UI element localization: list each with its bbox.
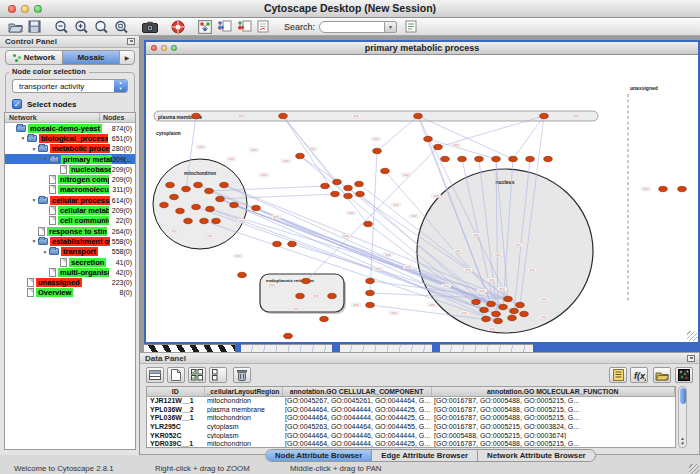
background-window-fragment[interactable]: [440, 344, 533, 352]
network-node[interactable]: [279, 113, 288, 118]
tab-overflow-arrow[interactable]: ▶: [120, 51, 134, 64]
tree-item[interactable]: secretion41(0): [5, 257, 135, 267]
zoom-view-button[interactable]: [171, 45, 177, 51]
edge[interactable]: [283, 116, 335, 194]
minimize-view-button[interactable]: [161, 45, 167, 51]
network-node[interactable]: [160, 202, 169, 207]
tree-item[interactable]: ▼cellular process614(0): [5, 195, 135, 205]
table-scrollbar[interactable]: ▲ ▼: [678, 386, 687, 448]
scroll-down-icon[interactable]: ▼: [679, 441, 686, 446]
import-attributes-icon[interactable]: [237, 19, 252, 35]
tree-item[interactable]: Overview8(0): [5, 288, 135, 298]
attribute-table-icon[interactable]: [146, 367, 164, 383]
vizmapper-icon[interactable]: [257, 19, 269, 35]
tree-item[interactable]: nucleobase-209(0): [5, 164, 135, 174]
tree-item[interactable]: ▼metabolic process280(0): [5, 144, 135, 154]
search-input[interactable]: [319, 21, 385, 33]
view-resize-grip[interactable]: [687, 331, 697, 341]
close-view-button[interactable]: [151, 45, 157, 51]
network-node[interactable]: [434, 144, 443, 149]
network-node[interactable]: [414, 113, 423, 118]
new-attribute-icon[interactable]: [167, 367, 185, 383]
network-node[interactable]: [516, 302, 525, 307]
background-window-fragment[interactable]: [241, 344, 332, 352]
minimize-window-button[interactable]: [21, 5, 29, 13]
snapshot-icon[interactable]: [142, 19, 158, 35]
network-canvas[interactable]: plasma membrane cytoplasm mitochondrion …: [146, 55, 698, 342]
network-node[interactable]: [344, 193, 353, 198]
network-node[interactable]: [238, 272, 247, 277]
table-row[interactable]: YPL036W__1mitochondrion[GO:0044464, GO:0…: [147, 413, 675, 422]
tree-item[interactable]: cell communicat22(0): [5, 216, 135, 226]
zoom-window-button[interactable]: [34, 5, 42, 13]
network-node[interactable]: [381, 168, 390, 173]
save-session-icon[interactable]: [28, 19, 41, 35]
network-node[interactable]: [321, 183, 330, 188]
open-session-icon[interactable]: [8, 19, 23, 35]
network-node[interactable]: [206, 206, 215, 211]
scrollbar-thumb[interactable]: [680, 388, 686, 404]
attribute-table[interactable]: ID_cellularLayoutRegionannotation.GO CEL…: [146, 386, 676, 448]
network-node[interactable]: [487, 301, 496, 306]
network-node[interactable]: [508, 315, 517, 320]
tree-item[interactable]: cellular metabo209(0): [5, 205, 135, 215]
network-node[interactable]: [364, 221, 373, 226]
select-nodes-checkbox[interactable]: ✓: [12, 99, 22, 109]
network-window-titlebar[interactable]: primary metabolic process: [146, 42, 698, 55]
network-node[interactable]: [492, 311, 501, 316]
network-node[interactable]: [510, 308, 519, 313]
expand-arrow-icon[interactable]: ▼: [30, 197, 38, 203]
tab-mosaic[interactable]: Mosaic: [63, 51, 120, 64]
table-row[interactable]: YPL036W__2plasma membrane[GO:0044464, GO…: [147, 405, 675, 414]
network-node[interactable]: [170, 194, 179, 199]
network-node[interactable]: [176, 208, 185, 213]
network-node[interactable]: [355, 181, 364, 186]
network-node[interactable]: [492, 156, 501, 161]
table-row[interactable]: YLR295Ccytoplasm[GO:0045263, GO:0044464,…: [147, 422, 675, 431]
network-node[interactable]: [544, 156, 553, 161]
network-node[interactable]: [296, 153, 305, 158]
zoom-fit-icon[interactable]: [114, 19, 129, 35]
network-node[interactable]: [182, 186, 191, 191]
tree-item[interactable]: macromolecule311(0): [5, 185, 135, 195]
tree-item[interactable]: ▼establishment of lo558(0): [5, 236, 135, 246]
expand-arrow-icon[interactable]: ▼: [19, 135, 27, 141]
import-network-icon[interactable]: [217, 19, 232, 35]
table-row[interactable]: YDR039C__1mitochondrion[GO:0044464, GO:0…: [147, 439, 675, 448]
tree-item[interactable]: response to stimulu264(0): [5, 226, 135, 236]
network-node[interactable]: [194, 182, 203, 187]
zoom-in-icon[interactable]: [74, 19, 89, 35]
column-header[interactable]: ID: [147, 387, 204, 396]
delete-attribute-icon[interactable]: [233, 367, 251, 383]
network-node[interactable]: [526, 156, 535, 161]
network-node[interactable]: [252, 205, 261, 210]
network-overview-icon[interactable]: [198, 19, 212, 35]
matrix-icon[interactable]: [675, 367, 693, 383]
network-node[interactable]: [373, 148, 382, 153]
network-node[interactable]: [540, 113, 549, 118]
network-node[interactable]: [230, 202, 239, 207]
network-node[interactable]: [166, 182, 175, 187]
network-node[interactable]: [366, 302, 375, 307]
tree-item[interactable]: mosaic-demo-yeast874(0): [5, 123, 135, 133]
network-node[interactable]: [458, 156, 467, 161]
tree-item[interactable]: ▼biological_process651(0): [5, 133, 135, 143]
network-node[interactable]: [184, 218, 193, 223]
network-node[interactable]: [678, 186, 687, 191]
search-dropdown-icon[interactable]: ▼: [385, 21, 397, 33]
column-header[interactable]: annotation.GO MOLECULAR_FUNCTION: [431, 387, 675, 396]
network-node[interactable]: [494, 318, 503, 323]
network-node[interactable]: [520, 311, 529, 316]
network-node[interactable]: [205, 188, 214, 193]
network-node[interactable]: [320, 316, 329, 321]
background-window-fragment[interactable]: [340, 344, 432, 352]
node-color-dropdown[interactable]: transporter activity ▲▼: [12, 79, 128, 93]
network-node[interactable]: [480, 307, 489, 312]
network-node[interactable]: [331, 191, 340, 196]
zoom-selected-icon[interactable]: [94, 19, 109, 35]
network-node[interactable]: [220, 182, 229, 187]
tree-item[interactable]: nitrogen compo209(0): [5, 174, 135, 184]
network-node[interactable]: [296, 293, 305, 298]
network-node[interactable]: [284, 333, 293, 338]
network-node[interactable]: [472, 299, 481, 304]
